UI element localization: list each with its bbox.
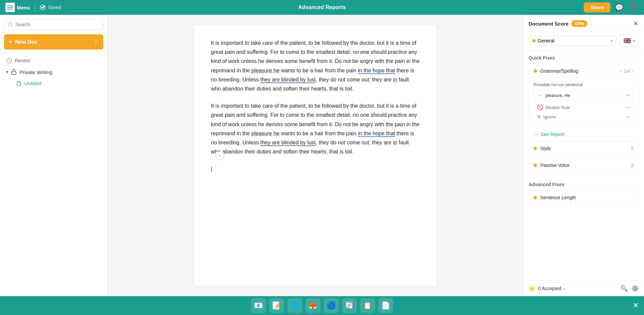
disable-rule-action[interactable]: 🚫 Disable Rule ↩ [534, 103, 634, 112]
plus-icon: + [9, 38, 12, 45]
document-icon [16, 81, 22, 86]
search-input[interactable] [15, 22, 100, 27]
taskbar-close-button[interactable]: ✕ [633, 301, 639, 310]
search-settings-button[interactable]: 🔍 [620, 285, 628, 292]
style-label: Style [540, 146, 551, 151]
grammar-spelling-body: Possible run-on sentence → pleasure. He … [529, 78, 638, 126]
sentence-length-item[interactable]: Sentence Length [529, 190, 639, 205]
taskbar-app-word[interactable]: 📝 [269, 298, 284, 313]
menu-button[interactable]: Menu [5, 3, 30, 12]
taskbar-app-edge[interactable]: 🔵 [324, 298, 339, 313]
taskbar-app-sheets[interactable]: 📋 [360, 298, 375, 313]
share-button[interactable]: Share [584, 2, 610, 12]
highlight-blinded-by-lust-2: they are blinded by lust [260, 140, 316, 146]
general-dot [532, 39, 536, 42]
passive-voice-item[interactable]: Passive Voice 2 [529, 158, 639, 172]
main-layout: + New Doc ⋮ Recent ▾ Private Writing Unt… [0, 15, 644, 296]
ignore-label: Ignore [543, 114, 556, 119]
star-icon: ⭐ [529, 285, 536, 292]
cursor: | [211, 164, 420, 173]
ignore-undo-icon: ↩ [626, 114, 630, 119]
disable-icon: 🚫 [537, 104, 543, 110]
navbar-right: Share 💬 ❓ [584, 2, 639, 13]
style-count: 2 [631, 146, 634, 151]
suggestion-arrow-icon: → [537, 92, 543, 98]
saved-text: Saved [48, 5, 61, 10]
page-title: Advanced Reports [298, 4, 346, 10]
settings-button[interactable]: ⚙️ [631, 285, 639, 292]
sentence-length-left: Sentence Length [534, 195, 576, 200]
ignore-action[interactable]: ✕ Ignore ↩ [534, 112, 634, 121]
logo-icon [5, 3, 15, 12]
grammar-spelling-label: Grammar/Spelling [540, 68, 578, 74]
grammar-next-button[interactable]: › [632, 68, 634, 74]
accepted-label: 0 Accepted [538, 286, 561, 291]
sidebar-collapse-button[interactable]: ‹ [215, 151, 224, 160]
style-dot [534, 147, 537, 150]
possible-run-on-text: Possible run-on sentence [534, 82, 634, 87]
editor-content[interactable]: It is important to take care of the pati… [194, 25, 437, 286]
grammar-spelling-item: Grammar/Spelling ‹ 1/4 › Possible run-on… [529, 64, 639, 126]
private-writing-item[interactable]: ▾ Private Writing [4, 66, 103, 78]
ignore-icon: ✕ [537, 114, 541, 120]
language-dropdown[interactable]: 🇬🇧 ▾ [620, 35, 639, 47]
taskbar: 📧 📝 🌐 🦊 🔵 🔄 📋 📄 ✕ [0, 296, 644, 315]
highlight-blinded-by-lust-1: they are blinded by lust [260, 77, 316, 83]
style-item[interactable]: Style 2 [529, 141, 639, 155]
score-header: Document Score 63% [529, 20, 587, 27]
accepted-count[interactable]: ⭐ 0 Accepted › [529, 285, 565, 292]
menu-label: Menu [17, 5, 30, 10]
panel-footer-icons: 🔍 ⚙️ [620, 285, 639, 292]
passive-voice-dot [534, 164, 537, 167]
taskbar-app-chrome[interactable]: 🌐 [287, 298, 302, 313]
suggestion-item[interactable]: → pleasure. He ↩ [534, 90, 634, 101]
quick-fixes-section: Quick Fixes Grammar/Spelling ‹ 1/4 › Pos… [523, 50, 644, 177]
grammar-prev-button[interactable]: ‹ [620, 68, 622, 74]
taskbar-app-sync[interactable]: 🔄 [342, 298, 357, 313]
search-icon [8, 22, 13, 27]
chevron-down-icon: ▾ [6, 70, 8, 74]
recent-icon [6, 58, 12, 64]
highlight-pleasure-he-2: pleasure he [251, 131, 280, 136]
svg-rect-3 [11, 72, 16, 74]
highlight-in-the-hope: in the hope that [358, 68, 395, 74]
editor-wrapper: It is important to take care of the pati… [108, 15, 523, 296]
panel-controls: General ▾ 🇬🇧 ▾ [523, 31, 644, 50]
paragraph-1: It is important to take care of the pati… [211, 38, 420, 93]
lang-chevron-icon: ▾ [633, 38, 635, 43]
untitled-document-item[interactable]: Untitled [4, 78, 103, 89]
sidebar: + New Doc ⋮ Recent ▾ Private Writing Unt… [0, 15, 108, 296]
highlight-in-2: in [393, 140, 397, 145]
search-box[interactable] [4, 19, 103, 30]
grammar-spelling-header[interactable]: Grammar/Spelling ‹ 1/4 › [529, 64, 638, 78]
editor-region: ‹ It is important to take care of the pa… [108, 15, 523, 296]
right-panel-header: Document Score 63% ✕ [523, 15, 644, 31]
more-icon: ⋮ [93, 39, 99, 45]
passive-voice-label: Passive Voice [540, 163, 570, 168]
navbar: Menu Saved Advanced Reports Share 💬 ❓ [0, 0, 644, 15]
style-left: Style [534, 146, 551, 151]
grammar-nav: ‹ 1/4 › [620, 68, 634, 74]
highlight-pleasure-he: pleasure he [251, 68, 280, 73]
right-panel: Document Score 63% ✕ General ▾ 🇬🇧 ▾ Quic… [523, 15, 644, 296]
accepted-chevron-icon: › [563, 286, 565, 291]
general-label: General [538, 38, 554, 43]
general-dropdown[interactable]: General ▾ [529, 36, 616, 46]
new-doc-left: + New Doc [9, 38, 38, 45]
quick-fixes-title: Quick Fixes [529, 55, 639, 61]
recent-item[interactable]: Recent [4, 55, 103, 66]
see-report-link[interactable]: → See Report [529, 129, 639, 141]
help-icon-button[interactable]: ❓ [628, 2, 639, 13]
close-panel-button[interactable]: ✕ [633, 20, 639, 28]
svg-point-0 [8, 23, 12, 26]
disable-undo-icon: ↩ [626, 105, 630, 110]
grammar-count: 1/4 [624, 69, 630, 74]
message-icon-button[interactable]: 💬 [614, 2, 624, 13]
grammar-spelling-left: Grammar/Spelling [534, 68, 578, 74]
untitled-label: Untitled [24, 80, 41, 86]
new-doc-button[interactable]: + New Doc ⋮ [4, 34, 103, 49]
taskbar-app-outlook[interactable]: 📧 [251, 298, 266, 313]
taskbar-app-firefox[interactable]: 🦊 [306, 298, 320, 313]
taskbar-app-docs[interactable]: 📄 [378, 298, 393, 313]
sentence-length-label: Sentence Length [540, 195, 576, 200]
